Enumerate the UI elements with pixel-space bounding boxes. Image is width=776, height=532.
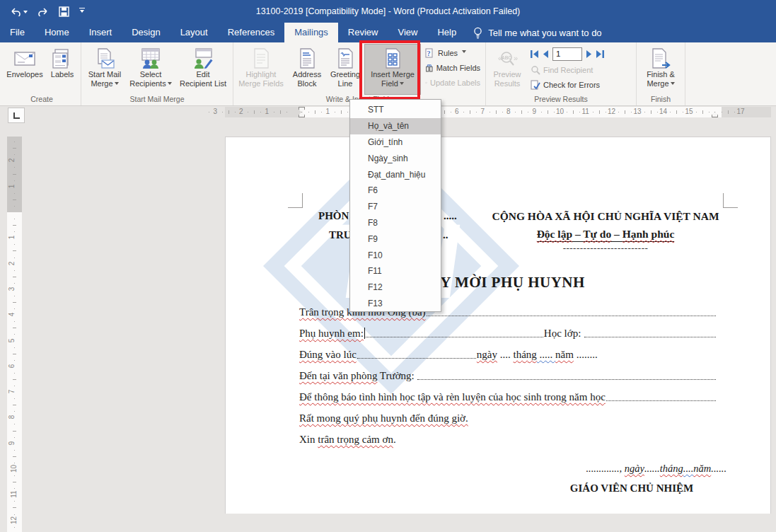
envelopes-button[interactable]: Envelopes: [5, 44, 45, 95]
ruler-mark: [14, 193, 15, 194]
ruler-mark: [14, 475, 15, 476]
ruler-mark: [14, 167, 15, 168]
merge-field-option[interactable]: Ngày_sinh: [350, 150, 441, 166]
ruler-mark: [14, 488, 15, 489]
lightbulb-icon: [473, 27, 482, 39]
select-recipients-icon: [140, 47, 161, 70]
merge-field-option[interactable]: Giới_tính: [350, 134, 441, 151]
ruler-mark: [235, 112, 236, 112]
previous-record-icon[interactable]: [543, 50, 549, 58]
insert-merge-field-button[interactable]: Insert MergeField: [364, 44, 421, 95]
save-button[interactable]: [59, 6, 69, 17]
record-number-input[interactable]: [552, 47, 582, 61]
ruler-mark: [14, 514, 15, 515]
address-block-button[interactable]: AddressBlock: [288, 44, 326, 95]
tab-label: Home: [45, 27, 69, 37]
preview-results-button[interactable]: «ABC» PreviewResults: [488, 44, 526, 95]
merge-field-option-label: F8: [368, 218, 378, 228]
undo-button[interactable]: [10, 6, 28, 16]
merge-field-option[interactable]: F11: [350, 263, 441, 279]
national-motto-line2: Độc lập – Tự do – Hạnh phúc: [537, 228, 675, 242]
document-line[interactable]: Rất mong quý phụ huynh đến đúng giờ.: [299, 403, 717, 424]
ruler-mark: [683, 112, 683, 112]
text-segment: Học lớp:: [544, 328, 584, 340]
ruler-mark: [248, 112, 248, 112]
tab-stop-selector[interactable]: [8, 108, 25, 123]
finish-merge-button[interactable]: Finish &Merge: [639, 44, 683, 95]
ribbon-tab[interactable]: Home: [35, 23, 79, 42]
merge-field-option[interactable]: F8: [350, 215, 441, 231]
document-page[interactable]: TH PHÒN ..... TRU .. CỘNG HÒA XÃ HỘI CHỦ…: [225, 137, 771, 514]
ruler-mark: 11: [582, 108, 589, 115]
ribbon-tab[interactable]: Help: [427, 23, 466, 42]
ruler-mark: [13, 507, 16, 508]
greeting-line-button[interactable]: GreetingLine: [328, 44, 363, 95]
ruler-mark: [14, 244, 15, 245]
find-recipient-button[interactable]: Find Recipient: [527, 62, 635, 77]
ribbon-tab[interactable]: Design: [122, 23, 170, 42]
document-body[interactable]: Trân trọng kính mời Ông (bà)Phụ huynh em…: [299, 297, 717, 446]
customize-qat-button[interactable]: [79, 8, 85, 16]
select-recipients-button[interactable]: SelectRecipients: [127, 44, 174, 95]
merge-field-option[interactable]: F6: [350, 183, 441, 199]
write-insert-small-buttons: ? Rules Match Fields Update Labels: [422, 44, 484, 90]
ribbon-tab[interactable]: References: [218, 23, 284, 42]
merge-field-option[interactable]: F7: [350, 199, 441, 215]
ruler-mark: [321, 112, 322, 112]
ribbon-tab[interactable]: Review: [338, 23, 388, 42]
ruler-mark: [451, 112, 451, 112]
tell-me-box[interactable]: Tell me what you want to do: [473, 27, 601, 42]
vertical-ruler[interactable]: 12123456789101112: [7, 118, 22, 532]
document-line[interactable]: Xin trân trọng cảm ơn.: [299, 424, 717, 446]
start-mail-merge-button[interactable]: Start MailMerge: [83, 44, 126, 95]
qat-more-caret-icon: [80, 10, 84, 15]
document-line[interactable]: Phụ huynh em:Học lớp:: [299, 318, 717, 340]
merge-field-option[interactable]: STT: [350, 102, 441, 118]
ruler-mark: [347, 112, 348, 112]
merge-field-option[interactable]: F12: [350, 279, 441, 296]
ribbon-tab[interactable]: Layout: [170, 23, 218, 42]
preview-results-icon: «ABC»: [496, 47, 519, 70]
ruler-mark: [521, 110, 522, 114]
save-icon: [59, 6, 69, 17]
document-line[interactable]: Để thông báo tình hình học tập và rèn lu…: [299, 382, 717, 403]
document-line[interactable]: Đúng vào lúcngày .... tháng ..... năm ..…: [299, 340, 717, 361]
last-record-icon[interactable]: [596, 50, 605, 58]
labels-icon: [52, 47, 72, 70]
ribbon-tab[interactable]: File: [0, 23, 35, 42]
ruler-mark: [676, 110, 677, 114]
labels-button[interactable]: Labels: [46, 44, 79, 95]
match-fields-button[interactable]: Match Fields: [422, 60, 484, 75]
merge-field-option[interactable]: Họ_và_tên: [350, 118, 441, 134]
ribbon-tab[interactable]: Insert: [79, 23, 122, 42]
document-line[interactable]: Đến tại văn phòng Trường:: [299, 361, 717, 382]
next-record-icon[interactable]: [586, 50, 592, 58]
merge-field-option[interactable]: Đạt_danh_hiệu: [350, 166, 441, 183]
dot-leader: [366, 328, 543, 337]
update-labels-button[interactable]: Update Labels: [422, 75, 484, 90]
ruler-mark: [286, 112, 287, 112]
text-segment: ....: [497, 349, 514, 361]
edit-recipient-list-button[interactable]: EditRecipient List: [175, 44, 231, 95]
merge-field-option-label: F12: [368, 282, 383, 292]
tell-me-label: Tell me what you want to do: [488, 28, 601, 38]
merge-field-option[interactable]: F9: [350, 231, 441, 247]
ribbon-tab[interactable]: Mailings: [284, 23, 338, 42]
redo-button[interactable]: [37, 6, 49, 16]
highlight-merge-fields-button[interactable]: HighlightMerge Fields: [236, 44, 286, 95]
insert-merge-field-icon: [384, 47, 401, 70]
merge-field-option[interactable]: F13: [350, 296, 441, 312]
check-for-errors-button[interactable]: Check for Errors: [527, 77, 635, 92]
start-mail-merge-icon: [95, 47, 115, 70]
signature-date-line: ............., ngày......tháng....năm...…: [537, 463, 726, 475]
ribbon-tab[interactable]: View: [388, 23, 427, 42]
tab-label: References: [228, 27, 274, 37]
merge-field-option[interactable]: F10: [350, 247, 441, 263]
signature-block: ............., ngày......tháng....năm...…: [537, 463, 726, 495]
ruler-mark: [14, 258, 15, 258]
group-label-preview-results: Preview Results: [487, 95, 635, 105]
first-record-icon[interactable]: [530, 50, 539, 58]
ruler-mark: [463, 112, 464, 112]
text-segment: Độc lập: [537, 228, 572, 240]
rules-button[interactable]: ? Rules: [422, 45, 484, 60]
